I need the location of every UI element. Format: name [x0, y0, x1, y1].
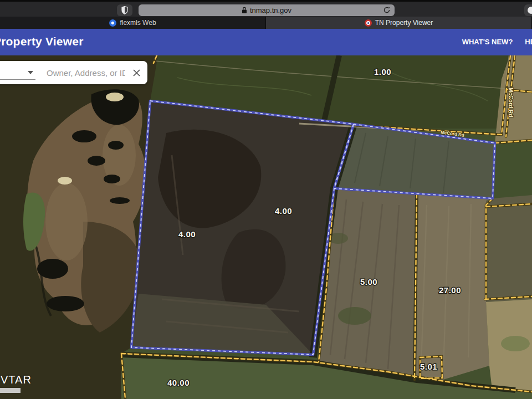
privacy-shield-button[interactable]	[117, 4, 132, 16]
address-bar[interactable]: tnmap.tn.gov	[139, 4, 395, 16]
parcel-label: 27.00	[439, 285, 461, 295]
dropdown-underline	[0, 79, 35, 80]
satellite-map: 1.00 4.00 4.00 5.00 27.00 5.01 40.00 McC…	[0, 55, 532, 399]
help-link[interactable]: HELP	[525, 38, 532, 46]
parcel-label: 5.00	[360, 277, 377, 287]
scale-bar	[0, 388, 21, 393]
page-title: Property Viewer	[0, 35, 84, 48]
parcel-label: 4.00	[178, 229, 196, 239]
tab-bar: flexmls Web TN Property Viewer	[0, 17, 532, 29]
safari-window: tnmap.tn.gov flexmls Web TN Property Vie…	[0, 0, 532, 399]
tab-tn-property-viewer[interactable]: TN Property Viewer	[266, 17, 532, 29]
tab-label: flexmls Web	[120, 19, 156, 27]
parcel-label: 4.00	[275, 206, 292, 216]
close-icon	[132, 69, 141, 77]
map-viewport[interactable]: 1.00 4.00 4.00 5.00 27.00 5.01 40.00 McC…	[0, 55, 532, 399]
tabs-button-glyph	[528, 7, 532, 14]
parcel-label: 5.01	[420, 362, 437, 371]
search-type-dropdown[interactable]	[0, 61, 39, 84]
location-pin-icon	[109, 19, 116, 27]
search-clear-button[interactable]	[125, 69, 147, 77]
reload-icon[interactable]	[383, 6, 391, 14]
search-input[interactable]: Owner, Address, or ID	[39, 68, 125, 78]
tabs-button[interactable]	[524, 4, 532, 16]
road-label: McCord Rd	[508, 88, 514, 117]
parcel-label: 1.00	[374, 67, 391, 76]
app-header: Property Viewer WHAT'S NEW? HELP	[0, 29, 532, 55]
search-box: Owner, Address, or ID	[0, 61, 147, 84]
shield-icon	[121, 6, 128, 14]
tab-flexmls-web[interactable]: flexmls Web	[0, 17, 266, 29]
tn-tristar-icon	[365, 19, 372, 27]
imagery-watermark: VTAR	[1, 374, 32, 386]
whats-new-link[interactable]: WHAT'S NEW?	[462, 38, 513, 46]
satellite-imagery	[0, 55, 532, 399]
url-text: tnmap.tn.gov	[250, 6, 291, 14]
lock-icon	[242, 7, 247, 14]
chevron-down-icon	[28, 71, 33, 74]
header-nav: WHAT'S NEW? HELP	[462, 38, 532, 46]
tab-label: TN Property Viewer	[375, 19, 433, 27]
parcel-label: 40.00	[167, 378, 190, 387]
browser-toolbar: tnmap.tn.gov	[0, 0, 532, 17]
